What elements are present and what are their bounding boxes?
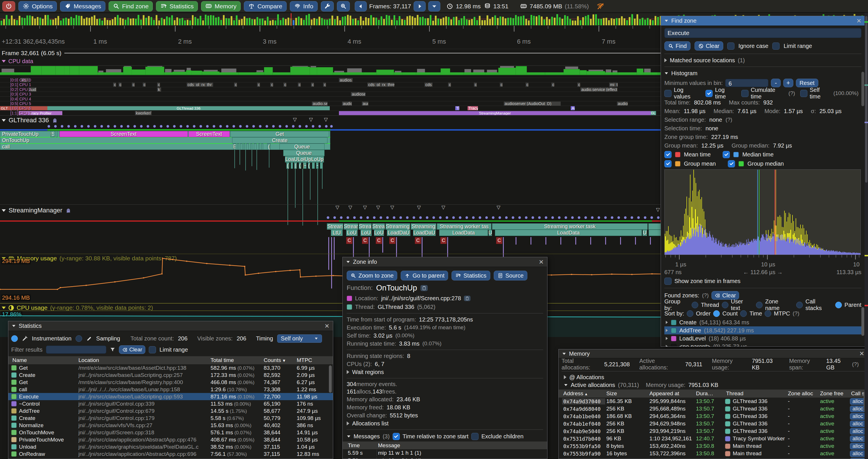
close-icon[interactable]: ✕ [859, 350, 864, 357]
table-row[interactable]: OnTouchMovejni/../jni/src/guif/Screen.cp… [8, 429, 333, 436]
zone-bar[interactable]: Strea [359, 223, 372, 230]
wait-regions-row[interactable]: Wait regions [347, 368, 543, 376]
zone-bar[interactable] [291, 162, 293, 169]
timing-dropdown[interactable]: Self only [277, 334, 322, 343]
alloc-button[interactable]: alloc [850, 398, 866, 405]
legend-checkbox-median-time[interactable] [723, 151, 730, 158]
table-row[interactable]: AddTreejni/../jni/src/guif/Control.cpp:6… [8, 407, 333, 415]
zone-bar[interactable]: !S [51, 131, 55, 137]
zone-bar[interactable]: Queue [283, 150, 324, 156]
zone-bar[interactable] [250, 143, 252, 150]
message-marker-icon[interactable]: ▽ [497, 204, 500, 210]
messages-button[interactable]: Messages [60, 1, 105, 11]
message-marker-icon[interactable]: ▽ [376, 204, 380, 210]
memory-button[interactable]: Memory [201, 1, 241, 11]
memory-title-bar[interactable]: Memory ✕ [559, 349, 868, 358]
zone-bar[interactable]: Strea [372, 223, 385, 230]
zone-bar[interactable] [320, 162, 323, 169]
glthread-header[interactable]: GLThread 336 [2, 117, 58, 124]
ignore-case-checkbox[interactable] [727, 42, 735, 50]
streaming-header[interactable]: StreamingManager [2, 207, 71, 214]
allocation-row[interactable]: 0x7553b9fbf016 bytes296,661,146ns13:50.7… [559, 457, 868, 459]
filter-input[interactable] [46, 346, 106, 354]
zone-bar[interactable]: Queue [279, 143, 324, 150]
table-row[interactable]: OnRedrawjni/../jni/src/claw/application/… [8, 450, 333, 458]
alloc-button[interactable]: alloc [850, 413, 866, 420]
zone-bar[interactable]: LoaULoiUpLoUp [285, 156, 324, 162]
found-zone-row[interactable]: <no parent>(9) 225.73 µs [664, 342, 861, 347]
limit-range-checkbox[interactable] [772, 42, 779, 50]
next-frame-button[interactable] [413, 1, 426, 11]
find-zone-button[interactable]: Find zone [108, 1, 153, 11]
zoom-search-button[interactable] [337, 1, 350, 11]
collapse-icon[interactable] [664, 20, 668, 22]
scrollbar-thumb[interactable] [865, 16, 867, 183]
scrollbar-thumb[interactable] [861, 307, 864, 336]
memory-table-header[interactable]: Address ▲SizeAppeared atDura…ThreadZone … [559, 390, 868, 398]
close-icon[interactable]: ✕ [324, 323, 330, 330]
thread-zone-bar[interactable]: StreamingManager [339, 111, 651, 115]
option-checkbox-log-values[interactable] [664, 90, 672, 97]
expand-icon[interactable] [666, 329, 668, 332]
thread-zone-bar[interactable]: GL [651, 111, 656, 115]
zone-bar[interactable]: ScreenText [59, 131, 188, 137]
column-header-dura-[interactable]: Dura… [695, 390, 725, 397]
message-row[interactable]: 5.59 smip 11 w 1 h 1 (1) [343, 449, 547, 457]
column-header-address[interactable]: Address ▲ [562, 390, 605, 397]
message-marker-icon[interactable]: ▽ [348, 204, 352, 210]
zone-bar[interactable]: LoU [361, 230, 372, 236]
crash-zone-chip[interactable]: C [346, 237, 352, 244]
close-icon[interactable]: ✕ [856, 18, 861, 24]
legend-checkbox-mean-time[interactable] [664, 151, 672, 158]
crash-zone-chip[interactable]: C [376, 237, 382, 244]
tools-button[interactable] [321, 1, 334, 11]
table-row[interactable]: PrivateTouchMovejni/../jni/src/claw/appl… [8, 436, 333, 443]
mode-radio-instrumentation[interactable] [11, 335, 18, 342]
zone-bar[interactable]: Strean [327, 223, 343, 230]
table-row[interactable]: Get/mnt/e/claw/src/claw/base/AssetDict.h… [8, 364, 333, 371]
matched-sources-row[interactable]: Matched source locations(1) [664, 56, 861, 65]
expand-icon[interactable] [564, 375, 566, 379]
zone-bar[interactable]: LoadDaU [387, 230, 410, 236]
option-checkbox-log-time[interactable] [706, 90, 713, 97]
zone-bar[interactable]: ( [267, 143, 271, 150]
message-marker-icon[interactable]: ▽ [363, 204, 367, 210]
table-row[interactable]: Createjni/../jni/src/claw/base/LuaScript… [8, 371, 333, 379]
zone-bar[interactable] [56, 131, 58, 137]
zone-bar[interactable]: U [643, 230, 647, 236]
column-header-thread[interactable]: Thread [725, 390, 787, 397]
alloc-button[interactable]: alloc [850, 450, 866, 457]
column-header-counts[interactable]: Counts ▼ [262, 357, 296, 363]
alloc-button[interactable]: alloc [850, 435, 866, 442]
column-header-message[interactable]: Message [377, 442, 532, 449]
copy-button[interactable] [464, 296, 470, 301]
allocation-row[interactable]: 0x74ab1ef040256 KB294,629,948ns13:50.7GL… [559, 420, 868, 427]
active-allocations-row[interactable]: Active allocations(70,311)Memory usage:7… [561, 381, 865, 389]
allocation-row[interactable]: 0x74a9d68040256 KB295,668,489ns13:50.7GL… [559, 405, 868, 413]
group-radio-call-stacks[interactable] [796, 302, 803, 308]
compare-button[interactable]: Compare [244, 1, 286, 11]
info-button[interactable]: Info [290, 1, 318, 11]
zone-info-title-bar[interactable]: Zone info ✕ [343, 257, 547, 267]
increase-button[interactable]: + [783, 79, 793, 87]
column-header-total-time[interactable]: Total time [209, 357, 262, 363]
close-icon[interactable]: ✕ [538, 259, 544, 265]
table-row[interactable]: Createjni/../jni/src/guif/Control.cpp:17… [8, 415, 333, 422]
column-header-zone-alloc[interactable]: Zone alloc [787, 390, 819, 397]
crash-zone-chip[interactable]: C [496, 237, 502, 244]
clear-button[interactable]: Clear [694, 41, 723, 51]
messages-table-header[interactable]: TimeMessage [343, 441, 547, 449]
zone-info-statistics-button[interactable]: Statistics [452, 271, 490, 281]
expand-icon[interactable] [347, 421, 349, 425]
zone-bar[interactable]: LoU [346, 230, 358, 236]
zone-bar[interactable]: |~ [303, 162, 307, 169]
message-marker-icon[interactable]: ▽ [324, 117, 328, 123]
legend-checkbox-group-median[interactable] [728, 160, 735, 167]
options-button[interactable]: Options [19, 1, 57, 11]
zone-bar[interactable]: Strear [344, 223, 358, 230]
allocations-section-row[interactable]: @ Allocations [561, 373, 865, 381]
allocations-list-row[interactable]: Allocations list [347, 419, 543, 427]
message-marker-icon[interactable]: ▽ [417, 204, 421, 210]
message-marker-icon[interactable]: ▽ [656, 207, 660, 213]
zone-info-zoom-to-zone-button[interactable]: Zoom to zone [347, 271, 397, 281]
